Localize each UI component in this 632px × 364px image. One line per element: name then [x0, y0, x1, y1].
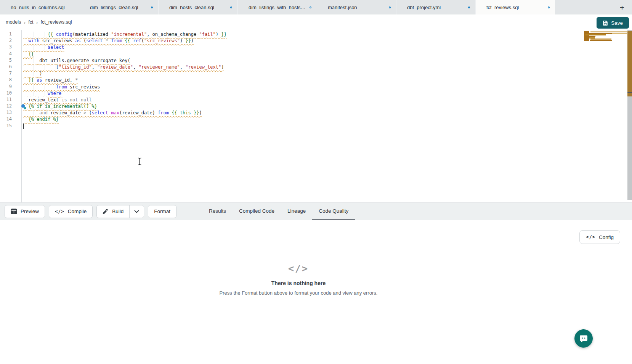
unsaved-changes-dot: [151, 6, 153, 8]
editor-scrollbar[interactable]: [627, 30, 632, 200]
code-token: from: [56, 84, 70, 90]
line-number: 14: [0, 116, 21, 123]
code-quality-panel: </> Config </> There is nothing here Pre…: [0, 220, 632, 364]
file-tab-dim-listings-clean-sql[interactable]: dim_listings_clean.sql: [79, 0, 159, 14]
code-action-marker-icon[interactable]: [21, 104, 27, 111]
code-line[interactable]: ): [23, 71, 632, 77]
config-button[interactable]: </> Config: [579, 230, 620, 244]
unsaved-changes-dot: [389, 6, 391, 8]
code-token: and: [39, 110, 50, 115]
code-token: *: [75, 77, 78, 83]
code-line[interactable]: {% endif %}: [23, 116, 632, 123]
file-tab-fct-reviews-sql[interactable]: fct_reviews.sql: [476, 0, 555, 14]
code-token: }}: [221, 32, 226, 37]
breadcrumb-separator: ›: [36, 19, 38, 25]
code-token: (review_date): [119, 110, 158, 115]
code-token: {% if is_incremental() %}: [28, 104, 97, 109]
code-line[interactable]: review_text is not null: [23, 97, 632, 103]
code-token: ]: [221, 64, 224, 70]
config-button-label: Config: [599, 234, 614, 240]
code-line[interactable]: {{ config(materialized="incremental", on…: [23, 31, 632, 38]
minimap-code-bar: [590, 40, 612, 41]
preview-button-label: Preview: [21, 208, 39, 214]
indent-whitespace: [23, 117, 28, 122]
file-tab-manifest-json[interactable]: manifest.json: [317, 0, 396, 14]
hammer-icon: [103, 208, 109, 215]
breadcrumb: models›fct›fct_reviews.sql: [6, 19, 72, 25]
code-token: ,: [180, 64, 185, 70]
panel-tab-lineage[interactable]: Lineage: [281, 203, 312, 220]
code-line[interactable]: ["listing_id", "review_date", "reviewer_…: [23, 64, 632, 71]
code-token: {{: [125, 38, 133, 43]
build-dropdown-button[interactable]: [129, 205, 144, 218]
indent-whitespace: [23, 97, 28, 103]
new-tab-button[interactable]: +: [618, 3, 627, 12]
code-line[interactable]: {{: [23, 51, 632, 58]
preview-button[interactable]: Preview: [5, 205, 45, 218]
code-line[interactable]: and review_date > (select max(review_dat…: [23, 110, 632, 116]
empty-state: </> There is nothing here Press the Form…: [0, 263, 597, 296]
code-line[interactable]: from src_reviews: [23, 84, 632, 90]
file-tab-bar: no_nulls_in_columns.sqldim_listings_clea…: [0, 0, 632, 14]
code-line[interactable]: where: [23, 90, 632, 97]
code-line-content: }} as review_id, *: [23, 77, 78, 83]
file-tab-dim-listings-with-hosts-sql[interactable]: dim_listings_with_hosts.sql: [238, 0, 317, 14]
build-split-button: Build: [96, 205, 144, 218]
code-line-content: from src_reviews: [23, 84, 100, 90]
code-token: src_reviews: [42, 38, 75, 43]
file-tab-label: manifest.json: [328, 5, 385, 10]
breadcrumb-item-fct[interactable]: fct: [28, 19, 33, 25]
file-tab-no-nulls-in-columns-sql[interactable]: no_nulls_in_columns.sql: [0, 0, 79, 14]
breadcrumb-separator: ›: [24, 19, 26, 25]
minimap-code-bar: [612, 33, 627, 34]
line-number: 10: [0, 90, 21, 97]
line-number: 15: [0, 123, 21, 130]
breadcrumb-item-models[interactable]: models: [6, 19, 21, 25]
compile-button[interactable]: </>Compile: [49, 205, 93, 218]
code-editor[interactable]: 123456789101112131415 {{ config(material…: [0, 30, 632, 202]
code-token: "reviewer_name": [138, 64, 180, 70]
code-line[interactable]: [23, 123, 632, 130]
save-button-label: Save: [611, 20, 623, 26]
unsaved-changes-dot: [230, 6, 232, 8]
code-token: review_id,: [45, 77, 75, 83]
line-number: 1: [0, 31, 21, 38]
line-number: 8: [0, 77, 21, 83]
file-tab-label: fct_reviews.sql: [486, 5, 544, 10]
code-line[interactable]: {% if is_incremental() %}: [23, 103, 632, 110]
breadcrumb-bar: models›fct›fct_reviews.sql Save: [0, 14, 632, 30]
code-icon: </>: [55, 209, 64, 214]
code-line[interactable]: }} as review_id, *: [23, 77, 632, 83]
panel-tab-results[interactable]: Results: [202, 203, 233, 220]
toolbar-buttons: Preview</>CompileBuildFormat: [5, 205, 180, 218]
file-tab-dim-hosts-clean-sql[interactable]: dim_hosts_clean.sql: [159, 0, 238, 14]
line-number: 6: [0, 64, 21, 71]
code-token: as: [37, 77, 45, 83]
indent-whitespace: [23, 77, 28, 83]
code-token: "review_date": [97, 64, 133, 70]
file-tab-label: no_nulls_in_columns.sql: [11, 5, 74, 10]
build-button[interactable]: Build: [97, 205, 129, 218]
save-button[interactable]: Save: [597, 17, 629, 29]
code-area[interactable]: {{ config(materialized="incremental", on…: [22, 30, 632, 202]
panel-tab-code-quality[interactable]: Code Quality: [312, 203, 355, 220]
code-line-content: {% if is_incremental() %}: [23, 104, 97, 109]
table-icon: [11, 208, 17, 214]
file-tab-dbt-project-yml[interactable]: dbt_project.yml: [396, 0, 476, 14]
line-number: 2: [0, 38, 21, 44]
empty-state-title: There is nothing here: [0, 280, 597, 286]
code-line[interactable]: with src_reviews as (select * from {{ re…: [23, 38, 632, 44]
panel-tab-compiled-code[interactable]: Compiled Code: [233, 203, 281, 220]
code-line-content: with src_reviews as (select * from {{ re…: [23, 38, 194, 43]
unsaved-changes-dot: [548, 6, 550, 8]
code-token: , on_schema_change=: [147, 32, 199, 37]
minimap[interactable]: [572, 30, 627, 75]
compile-button-label: Compile: [68, 208, 87, 214]
breadcrumb-item-fct-reviews-sql[interactable]: fct_reviews.sql: [41, 19, 72, 25]
code-token: "review_text": [185, 64, 221, 70]
code-token: >: [83, 110, 89, 115]
format-button[interactable]: Format: [148, 205, 176, 218]
code-line[interactable]: dbt_utils.generate_surrogate_key(: [23, 58, 632, 64]
copilot-chat-button[interactable]: [574, 329, 593, 348]
code-line[interactable]: select: [23, 44, 632, 51]
